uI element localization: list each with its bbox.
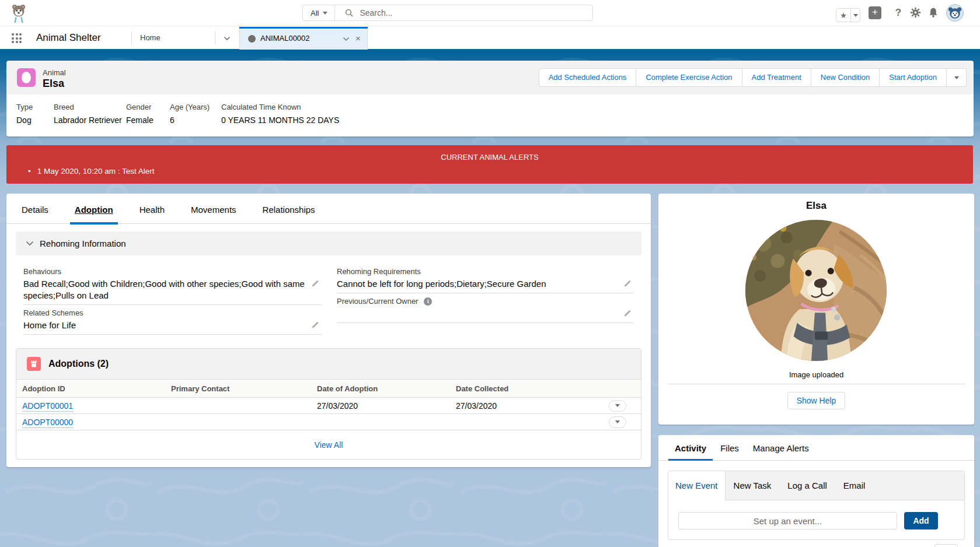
alert-text: 1 May 2020, 10:20 am : Test Alert — [37, 167, 155, 176]
search-scope-label: All — [311, 9, 319, 17]
timeline-refresh-button-partial[interactable] — [934, 544, 958, 547]
row1-primary-contact — [165, 398, 311, 414]
notifications-bell-icon[interactable] — [928, 7, 940, 19]
record-tab-close-icon[interactable]: × — [355, 27, 361, 49]
tab-health[interactable]: Health — [139, 194, 165, 224]
tab-details[interactable]: Details — [22, 194, 48, 224]
nav-home-chevron-icon[interactable] — [224, 36, 231, 41]
record-header-card: Animal Elsa Add Scheduled Actions Comple… — [6, 61, 974, 136]
composer-tab-log-a-call[interactable]: Log a Call — [779, 471, 835, 500]
record-detail-tabs: Details Adoption Health Movements Relati… — [6, 194, 651, 224]
setup-gear-icon[interactable] — [910, 7, 922, 19]
adoption-row-1: ADOPT00001 27/03/2020 27/03/2020 — [16, 398, 641, 414]
row2-primary-contact — [165, 414, 311, 430]
row2-actions-dropdown-button[interactable] — [609, 416, 626, 428]
record-header-top: Animal Elsa Add Scheduled Actions Comple… — [6, 61, 974, 94]
row1-date-of-adoption: 27/03/2020 — [311, 398, 450, 414]
adoptions-list-title[interactable]: Adoptions (2) — [48, 349, 109, 379]
detail-value-age: 6 — [170, 115, 210, 125]
tab-files[interactable]: Files — [720, 435, 739, 461]
search-scope-caret-icon — [323, 12, 327, 15]
new-condition-button[interactable]: New Condition — [811, 68, 880, 87]
column-header-date-of-adoption[interactable]: Date of Adoption — [311, 380, 450, 398]
record-header-details: TypeDog BreedLabrador Retriever GenderFe… — [6, 94, 974, 136]
tab-adoption[interactable]: Adoption — [75, 194, 113, 224]
show-help-button[interactable]: Show Help — [787, 392, 846, 409]
field-label-rehoming-requirements: Rehoming Requirements — [337, 267, 618, 276]
adoption-link-2[interactable]: ADOPT00000 — [22, 418, 73, 428]
nav-tab-home[interactable]: Home — [140, 26, 161, 49]
help-icon[interactable]: ? — [892, 7, 904, 19]
row2-date-collected — [450, 414, 591, 430]
search-icon — [345, 9, 353, 17]
previous-owner-info-icon[interactable]: i — [424, 297, 432, 306]
view-all-link[interactable]: View All — [315, 440, 343, 450]
composer-tab-new-event[interactable]: New Event — [668, 471, 726, 501]
tab-activity[interactable]: Activity — [675, 435, 706, 461]
set-up-event-input[interactable] — [678, 512, 897, 530]
add-scheduled-actions-button[interactable]: Add Scheduled Actions — [539, 68, 637, 87]
record-tab-label: ANIMAL00002 — [260, 27, 310, 49]
animal-photo — [745, 220, 887, 361]
detail-label-age: Age (Years) — [170, 103, 210, 111]
nav-divider-1 — [131, 31, 132, 44]
tab-movements[interactable]: Movements — [191, 194, 236, 224]
edit-rehoming-requirements-icon[interactable] — [623, 279, 632, 287]
detail-label-breed: Breed — [54, 103, 122, 111]
more-actions-dropdown-button[interactable] — [947, 68, 967, 87]
detail-value-breed: Labrador Retriever — [54, 115, 122, 125]
global-search[interactable]: All Search... — [302, 5, 593, 21]
add-treatment-button[interactable]: Add Treatment — [742, 68, 811, 87]
section-chevron-icon — [26, 241, 34, 246]
alert-item: •1 May 2020, 10:20 am : Test Alert — [28, 167, 155, 176]
alert-banner-title: CURRENT ANIMAL ALERTS — [6, 153, 973, 162]
user-avatar[interactable] — [946, 4, 964, 22]
field-label-previous-owner: Previous/Current Owneri — [337, 297, 618, 306]
edit-previous-owner-icon[interactable] — [623, 309, 632, 317]
app-name: Animal Shelter — [36, 26, 101, 49]
detail-label-gender: Gender — [126, 103, 154, 111]
field-value-rehoming-requirements: Cannot be left for long periods;Dietary;… — [337, 278, 618, 290]
profile-animal-name: Elsa — [658, 200, 974, 212]
adoptions-table-header-row: Adoption ID Primary Contact Date of Adop… — [16, 380, 641, 398]
favorites-button[interactable]: ★ — [836, 8, 860, 22]
column-header-primary-contact[interactable]: Primary Contact — [165, 380, 311, 398]
adoptions-related-list: Adoptions (2) Adoption ID Primary Contac… — [16, 348, 641, 460]
salesforce-mascot-logo[interactable] — [8, 2, 29, 23]
row2-date-of-adoption — [311, 414, 450, 430]
composer-tab-email[interactable]: Email — [835, 471, 874, 500]
detail-label-time-known: Calculated Time Known — [221, 103, 339, 111]
search-scope-selector[interactable]: All — [303, 5, 335, 20]
edit-behaviours-icon[interactable] — [311, 279, 319, 287]
column-header-adoption-id[interactable]: Adoption ID — [16, 380, 165, 398]
favorite-star-icon[interactable]: ★ — [836, 9, 851, 22]
detail-value-gender: Female — [126, 115, 154, 125]
column-header-actions — [591, 380, 641, 398]
rehoming-information-section-header[interactable]: Rehoming Information — [16, 232, 641, 255]
field-value-previous-owner — [337, 308, 618, 320]
app-launcher-waffle-icon[interactable] — [12, 33, 22, 43]
start-adoption-button[interactable]: Start Adoption — [880, 68, 947, 87]
detail-value-time-known: 0 YEARS 11 MONTHS 22 DAYS — [221, 115, 339, 125]
profile-card-divider — [668, 384, 965, 384]
composer-tab-new-task[interactable]: New Task — [726, 471, 780, 500]
row1-actions-dropdown-button[interactable] — [609, 400, 626, 412]
edit-related-schemes-icon[interactable] — [311, 321, 319, 329]
complete-exercise-action-button[interactable]: Complete Exercise Action — [636, 68, 742, 87]
record-tab-animal00002[interactable]: ANIMAL00002 × — [239, 27, 368, 50]
animal-profile-card: Elsa — [658, 194, 974, 425]
column-header-date-collected[interactable]: Date Collected — [450, 380, 591, 398]
add-event-button[interactable]: Add — [904, 512, 938, 530]
favorites-dropdown[interactable] — [851, 9, 860, 22]
global-actions-button[interactable]: + — [869, 6, 881, 19]
record-entity-label: Animal — [43, 68, 66, 77]
record-name: Elsa — [43, 78, 64, 90]
adoption-link-1[interactable]: ADOPT00001 — [22, 401, 73, 412]
current-animal-alerts-banner: CURRENT ANIMAL ALERTS •1 May 2020, 10:20… — [6, 145, 973, 184]
record-tab-chevron-icon[interactable] — [343, 37, 350, 41]
section-title: Rehoming Information — [40, 239, 126, 248]
tab-manage-alerts[interactable]: Manage Alerts — [753, 435, 809, 461]
tab-relationships[interactable]: Relationships — [263, 194, 315, 224]
screen: All Search... ★ + ? — [0, 0, 980, 547]
activity-tabs: Activity Files Manage Alerts — [658, 435, 974, 461]
